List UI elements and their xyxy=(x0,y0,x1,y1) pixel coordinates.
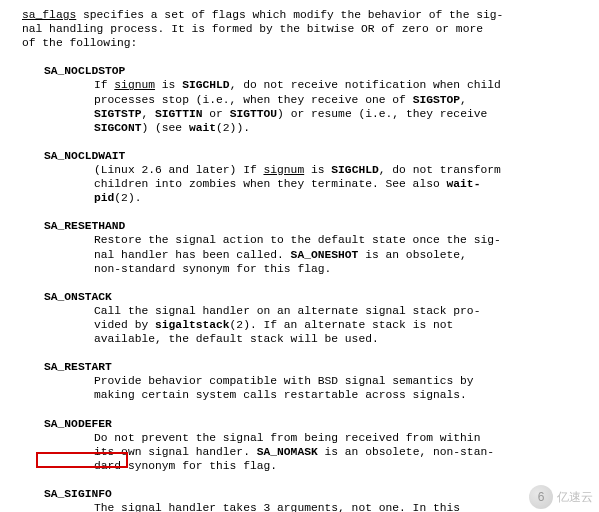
text: The signal handler takes 3 arguments, no… xyxy=(94,502,460,512)
sa-flags-term: sa_flags xyxy=(22,9,76,21)
text: ) (see xyxy=(141,122,188,134)
manpage-document: sa_flags specifies a set of flags which … xyxy=(0,0,599,512)
text: children into zombies when they terminat… xyxy=(94,178,447,190)
signum-term: signum xyxy=(263,164,304,176)
text: , do not receive notification when child xyxy=(230,79,501,91)
text: making certain system calls restartable … xyxy=(94,389,467,401)
text: is an obsolete, xyxy=(358,249,466,261)
flag-name-resethand: SA_RESETHAND xyxy=(44,219,593,233)
flag-body-nocldstop: If signum is SIGCHLD, do not receive not… xyxy=(94,78,593,134)
intro-line3: of the following: xyxy=(22,37,137,49)
text: , xyxy=(460,94,467,106)
text: (2). xyxy=(114,192,141,204)
flag-name-nocldstop: SA_NOCLDSTOP xyxy=(44,64,593,78)
text: , xyxy=(141,108,155,120)
flag-nocldstop: SA_NOCLDSTOP If signum is SIGCHLD, do no… xyxy=(22,64,593,135)
sigaltstack-func: sigaltstack xyxy=(155,319,230,331)
wait-func: wait xyxy=(189,122,216,134)
pid-func: pid xyxy=(94,192,114,204)
flag-body-resethand: Restore the signal action to the default… xyxy=(94,233,593,275)
flag-restart: SA_RESTART Provide behavior compatible w… xyxy=(22,360,593,402)
flag-nocldwait: SA_NOCLDWAIT (Linux 2.6 and later) If si… xyxy=(22,149,593,205)
text: If xyxy=(94,79,114,91)
text: ) or resume (i.e., they receive xyxy=(277,108,487,120)
sigstop-const: SIGSTOP xyxy=(413,94,460,106)
flag-name-restart: SA_RESTART xyxy=(44,360,593,374)
text: (2)). xyxy=(216,122,250,134)
sigtstp-const: SIGTSTP xyxy=(94,108,141,120)
highlight-box xyxy=(36,452,128,468)
flag-resethand: SA_RESETHAND Restore the signal action t… xyxy=(22,219,593,275)
sigchld-const: SIGCHLD xyxy=(331,164,378,176)
flag-body-nocldwait: (Linux 2.6 and later) If signum is SIGCH… xyxy=(94,163,593,205)
intro-paragraph: sa_flags specifies a set of flags which … xyxy=(22,8,593,50)
text: is xyxy=(155,79,182,91)
text: Do not prevent the signal from being rec… xyxy=(94,432,480,444)
flag-name-nodefer: SA_NODEFER xyxy=(44,417,593,431)
watermark-text: 亿速云 xyxy=(557,490,593,505)
watermark: 6 亿速云 xyxy=(529,485,593,509)
sigchld-const: SIGCHLD xyxy=(182,79,229,91)
flag-name-onstack: SA_ONSTACK xyxy=(44,290,593,304)
text: is xyxy=(304,164,331,176)
text: , do not transform xyxy=(379,164,501,176)
text: non-standard synonym for this flag. xyxy=(94,263,331,275)
text: is an obsolete, non-stan- xyxy=(318,446,494,458)
flag-body-nodefer: Do not prevent the signal from being rec… xyxy=(94,431,593,473)
text: (2). If an alternate stack is not xyxy=(230,319,454,331)
text: vided by xyxy=(94,319,155,331)
signum-term: signum xyxy=(114,79,155,91)
nomask-const: SA_NOMASK xyxy=(257,446,318,458)
flag-onstack: SA_ONSTACK Call the signal handler on an… xyxy=(22,290,593,346)
sigttin-const: SIGTTIN xyxy=(155,108,202,120)
flag-body-restart: Provide behavior compatible with BSD sig… xyxy=(94,374,593,402)
flag-name-siginfo: SA_SIGINFO xyxy=(44,487,593,501)
text: Call the signal handler on an alternate … xyxy=(94,305,480,317)
sigcont-const: SIGCONT xyxy=(94,122,141,134)
flag-siginfo: SA_SIGINFO The signal handler takes 3 ar… xyxy=(22,487,593,512)
intro-line2: nal handling process. It is formed by th… xyxy=(22,23,483,35)
text: available, the default stack will be use… xyxy=(94,333,379,345)
text: nal handler has been called. xyxy=(94,249,291,261)
oneshot-const: SA_ONESHOT xyxy=(291,249,359,261)
text: Restore the signal action to the default… xyxy=(94,234,501,246)
text: Provide behavior compatible with BSD sig… xyxy=(94,375,474,387)
intro-line1a: specifies a set of flags which modify th… xyxy=(76,9,503,21)
flag-name-nocldwait: SA_NOCLDWAIT xyxy=(44,149,593,163)
sigttou-const: SIGTTOU xyxy=(230,108,277,120)
text: processes stop (i.e., when they receive … xyxy=(94,94,413,106)
wait-func: wait- xyxy=(447,178,481,190)
flag-body-onstack: Call the signal handler on an alternate … xyxy=(94,304,593,346)
text: or xyxy=(203,108,230,120)
text: (Linux 2.6 and later) If xyxy=(94,164,263,176)
flag-body-siginfo: The signal handler takes 3 arguments, no… xyxy=(94,501,593,512)
watermark-logo-icon: 6 xyxy=(529,485,553,509)
